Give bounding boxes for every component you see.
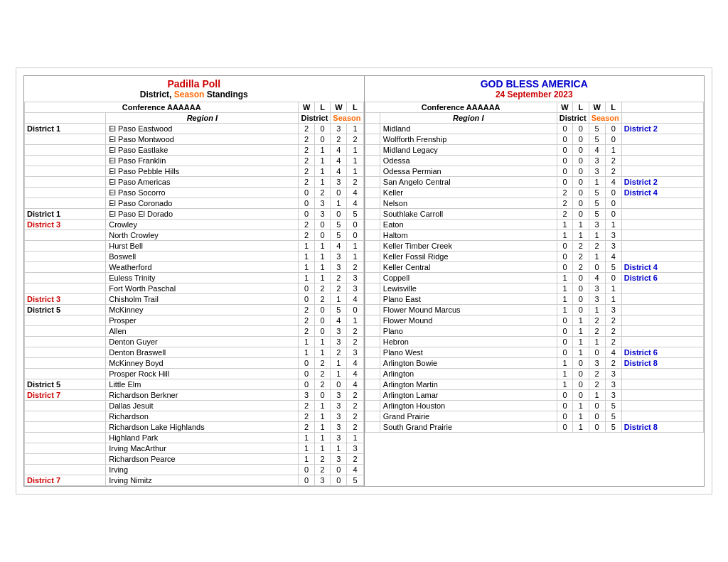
right-team-name: Plano (380, 326, 557, 337)
right-district-tag (621, 315, 703, 326)
right-group-label (365, 262, 380, 273)
left-season-l: 2 (347, 401, 363, 411)
left-season-l: 3 (347, 443, 363, 454)
main-layout: Padilla Poll District, Season Standings … (23, 75, 705, 487)
right-season-l: 0 (605, 209, 621, 220)
right-table-row: Arlington Houston0105 (365, 401, 704, 411)
left-season-l: 4 (347, 294, 363, 305)
left-group-label (25, 358, 106, 369)
right-district-tag (621, 294, 703, 305)
right-group-label (365, 230, 380, 241)
right-district-w: 0 (557, 134, 572, 145)
left-season-w: 5 (331, 230, 347, 241)
left-subtitle: District, Season Standings (26, 90, 363, 99)
right-group-label (365, 273, 380, 283)
right-season-l: 5 (605, 262, 621, 273)
right-district-l: 0 (573, 305, 589, 315)
left-season-header: Season (331, 113, 363, 124)
right-season-l: 0 (605, 273, 621, 283)
left-season-l: 2 (347, 326, 363, 337)
left-team-name: Richardson (106, 411, 299, 422)
right-district-l: 1 (573, 422, 589, 433)
right-title: GOD BLESS AMERICA (366, 78, 703, 90)
left-season-w: 2 (331, 347, 347, 358)
left-season-l: 3 (347, 347, 363, 358)
right-district-l: 0 (573, 273, 589, 283)
right-district-tag (621, 134, 703, 145)
left-district-l: 2 (314, 358, 330, 369)
left-table-row: El Paso Socorro0204 (25, 188, 364, 198)
right-district-header: District (557, 113, 589, 124)
right-table-row: Plano West0104District 6 (365, 347, 704, 358)
left-table-row: Euless Trinity1123 (25, 273, 364, 283)
right-district-l: 0 (573, 379, 589, 390)
right-district-tag (621, 230, 703, 241)
left-district-w: 1 (299, 241, 314, 252)
left-table-row: Dallas Jesuit2132 (25, 401, 364, 411)
left-district-l: 1 (314, 177, 330, 188)
subtitle-standings: Standings (204, 90, 247, 99)
right-district-l: 1 (573, 220, 589, 230)
right-team-name: Odessa Permian (380, 166, 557, 177)
right-season-l: 3 (605, 305, 621, 315)
left-group-label (25, 145, 106, 156)
left-district-l: 1 (314, 273, 330, 283)
right-district-tag (621, 379, 703, 390)
left-season-l: 1 (347, 145, 363, 156)
right-table-row: Flower Mound0122 (365, 315, 704, 326)
left-district-l: 2 (314, 379, 330, 390)
right-group-label (365, 220, 380, 230)
right-district-l: 0 (573, 134, 589, 145)
left-group-label (25, 454, 106, 465)
right-season-l: 3 (605, 230, 621, 241)
left-season-w: 3 (331, 337, 347, 347)
left-group-label: District 5 (25, 379, 106, 390)
left-season-l: 2 (347, 337, 363, 347)
right-group-label (365, 134, 380, 145)
left-team-name: Richardson Pearce (106, 454, 299, 465)
right-team-name: Keller (380, 188, 557, 198)
right-district-l: 1 (573, 326, 589, 337)
left-season-w: 3 (331, 252, 347, 262)
right-team-name: San Angelo Central (380, 177, 557, 188)
left-season-w: 0 (331, 475, 347, 486)
right-district-w: 0 (557, 145, 572, 156)
left-group-label (25, 252, 106, 262)
right-table-row: Odessa0032 (365, 156, 704, 166)
right-district-w: 2 (557, 209, 572, 220)
right-team-name: Midland (380, 124, 557, 134)
left-season-l: 2 (347, 422, 363, 433)
left-season-l: 5 (347, 475, 363, 486)
left-district-w: 2 (299, 145, 314, 156)
right-district-w: 2 (557, 188, 572, 198)
left-team-name: Irving Nimitz (106, 475, 299, 486)
left-group-label (25, 156, 106, 166)
right-season-l: 4 (605, 347, 621, 358)
right-season-w: 5 (589, 209, 605, 220)
left-region-header: Region I (106, 113, 299, 124)
left-season-w: 1 (331, 443, 347, 454)
right-table-row: Arlington Bowie1032District 8 (365, 358, 704, 369)
left-team-name: El Paso Eastwood (106, 124, 299, 134)
right-season-l: 0 (605, 188, 621, 198)
right-season-l: 3 (605, 369, 621, 379)
right-season-w: 2 (589, 379, 605, 390)
right-district-tag (621, 252, 703, 262)
left-district-w: 2 (299, 401, 314, 411)
left-district-l: 0 (314, 220, 330, 230)
right-season-w: 4 (589, 145, 605, 156)
left-season-l: 4 (347, 358, 363, 369)
left-season-l: 4 (347, 379, 363, 390)
left-table-row: District 7Richardson Berkner3032 (25, 390, 364, 401)
left-district-l: 0 (314, 134, 330, 145)
left-table-row: Weatherford1132 (25, 262, 364, 273)
right-col-header: Conference AAAAAA W L W L (365, 102, 704, 113)
left-season-l: 4 (347, 198, 363, 209)
left-district-l: 1 (314, 422, 330, 433)
left-team-name: Chisholm Trail (106, 294, 299, 305)
right-table-row: South Grand Prairie0105District 8 (365, 422, 704, 433)
right-district-w: 0 (557, 422, 572, 433)
right-district-l: 1 (573, 347, 589, 358)
left-team-name: North Crowley (106, 230, 299, 241)
left-team-name: El Paso Socorro (106, 188, 299, 198)
